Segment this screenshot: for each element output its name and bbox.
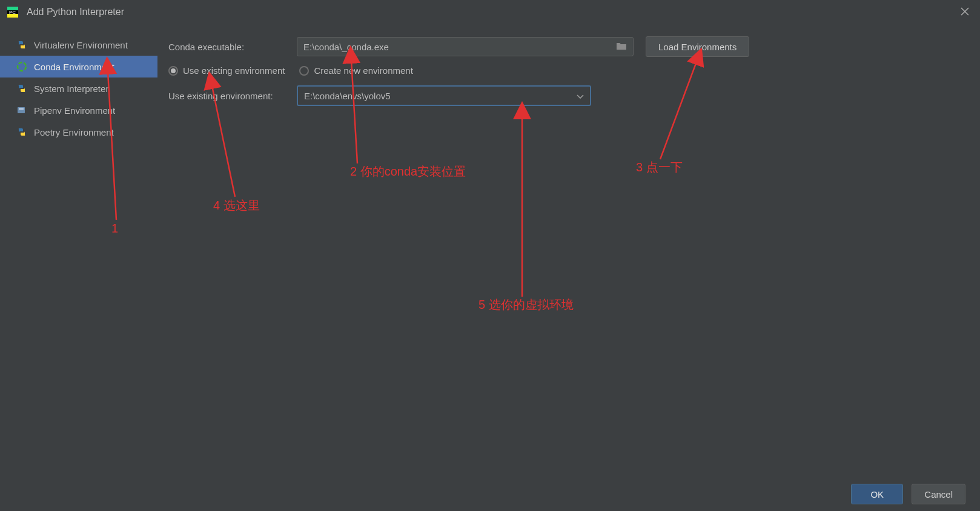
sidebar-item-label: System Interpreter [34, 84, 108, 94]
button-label: Cancel [924, 489, 953, 499]
window-title: Add Python Interpreter [27, 7, 124, 18]
sidebar: Virtualenv Environment Conda Environment… [0, 24, 157, 477]
python-icon [16, 126, 28, 138]
sidebar-item-label: Pipenv Environment [34, 105, 115, 116]
sidebar-item-pipenv[interactable]: Pipenv Environment [0, 99, 157, 121]
sidebar-item-virtualenv[interactable]: Virtualenv Environment [0, 34, 157, 56]
pipenv-icon [16, 104, 28, 116]
button-label: OK [870, 489, 884, 499]
sidebar-item-conda[interactable]: Conda Environment [0, 56, 157, 77]
titlebar: PC Add Python Interpreter [0, 0, 980, 24]
cancel-button[interactable]: Cancel [912, 484, 965, 504]
dialog-footer: OK Cancel [0, 477, 980, 511]
radio-dot-icon [299, 66, 309, 76]
pycharm-icon: PC [7, 7, 18, 18]
svg-rect-6 [19, 108, 24, 110]
sidebar-item-label: Poetry Environment [34, 127, 114, 137]
svg-text:PC: PC [9, 10, 16, 15]
sidebar-item-label: Virtualenv Environment [34, 40, 128, 50]
button-label: Load Environments [658, 42, 737, 52]
close-icon[interactable] [957, 4, 973, 21]
radio-label: Create new environment [314, 65, 412, 76]
radio-label: Use existing environment [183, 65, 285, 76]
sidebar-item-poetry[interactable]: Poetry Environment [0, 121, 157, 143]
ok-button[interactable]: OK [851, 484, 903, 504]
conda-executable-value: E:\conda\_conda.exe [303, 42, 389, 52]
main-panel: Conda executable: E:\conda\_conda.exe Lo… [157, 24, 980, 477]
dropdown-value: E:\conda\envs\yolov5 [304, 91, 391, 101]
conda-executable-field[interactable]: E:\conda\_conda.exe [297, 37, 634, 56]
radio-use-existing[interactable]: Use existing environment [168, 65, 285, 76]
conda-executable-label: Conda executable: [168, 42, 297, 52]
radio-create-new[interactable]: Create new environment [299, 65, 412, 76]
sidebar-item-label: Conda Environment [34, 62, 114, 72]
radio-dot-icon [168, 66, 178, 76]
svg-point-4 [18, 62, 26, 71]
sidebar-item-system[interactable]: System Interpreter [0, 77, 157, 99]
browse-folder-icon[interactable] [616, 42, 627, 52]
python-icon [16, 39, 28, 51]
chevron-down-icon [577, 91, 584, 101]
existing-environment-dropdown[interactable]: E:\conda\envs\yolov5 [297, 85, 591, 106]
load-environments-button[interactable]: Load Environments [646, 36, 749, 57]
environment-mode-radios: Use existing environment Create new envi… [168, 65, 965, 76]
conda-icon [16, 61, 28, 73]
python-icon [16, 82, 28, 94]
svg-rect-5 [18, 107, 25, 113]
use-existing-label: Use existing environment: [168, 91, 297, 101]
